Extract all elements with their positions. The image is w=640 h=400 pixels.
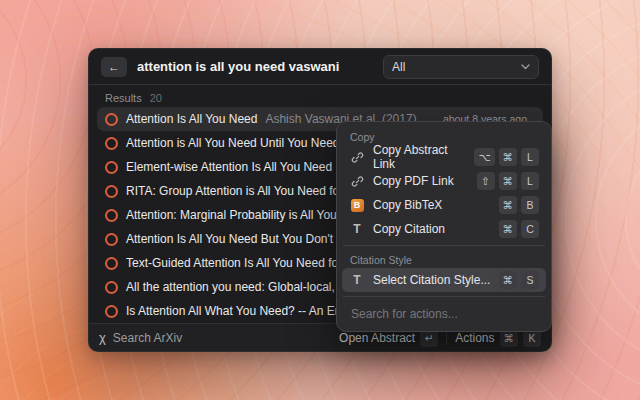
- actions-search-input[interactable]: [344, 303, 544, 325]
- arxiv-ring-icon: [105, 185, 118, 198]
- chevron-down-icon: [521, 64, 530, 70]
- category-filter-label: All: [392, 60, 405, 74]
- l-key: L: [521, 148, 539, 166]
- back-button[interactable]: ←: [101, 57, 127, 77]
- window-header: ← attention is all you need vaswani All: [89, 49, 551, 85]
- l-key: L: [521, 172, 539, 190]
- option-key: ⌥: [474, 148, 494, 166]
- open-abstract-label: Open Abstract: [339, 331, 415, 345]
- menu-item-copy-abstract-link[interactable]: Copy Abstract Link ⌥ ⌘ L: [342, 145, 546, 169]
- menu-divider: [343, 245, 545, 246]
- arxiv-ring-icon: [105, 113, 118, 126]
- arxiv-ring-icon: [105, 257, 118, 270]
- result-title: Element-wise Attention Is All You Need: [126, 160, 332, 174]
- results-count: 20: [150, 92, 162, 104]
- cmd-key: ⌘: [499, 172, 518, 190]
- desktop-wallpaper: ← attention is all you need vaswani All …: [0, 0, 640, 400]
- cmd-key: ⌘: [499, 220, 518, 238]
- arxiv-ring-icon: [105, 161, 118, 174]
- link-icon: [349, 151, 365, 164]
- results-section-header: Results 20: [89, 85, 551, 107]
- search-input[interactable]: attention is all you need vaswani: [137, 59, 373, 74]
- actions-menu: Copy Copy Abstract Link ⌥ ⌘ L Copy PDF L…: [336, 121, 552, 332]
- menu-divider: [343, 296, 545, 297]
- menu-item-select-citation-style[interactable]: T Select Citation Style... ⌘ S: [342, 268, 546, 292]
- menu-item-label: Copy Citation: [373, 222, 445, 236]
- menu-item-copy-bibtex[interactable]: B Copy BibTeX ⌘ B: [342, 193, 546, 217]
- menu-item-label: Copy PDF Link: [373, 174, 454, 188]
- menu-item-copy-pdf-link[interactable]: Copy PDF Link ⇧ ⌘ L: [342, 169, 546, 193]
- menu-section-citation-style: Citation Style: [342, 250, 546, 268]
- extension-name: Search ArXiv: [113, 331, 182, 345]
- menu-item-label: Select Citation Style...: [373, 273, 490, 287]
- arxiv-ring-icon: [105, 137, 118, 150]
- s-key: S: [521, 271, 539, 289]
- arxiv-ring-icon: [105, 305, 118, 318]
- actions-label: Actions: [455, 331, 494, 345]
- footer-divider: [446, 331, 447, 345]
- menu-item-label: Copy Abstract Link: [373, 143, 466, 171]
- menu-item-label: Copy BibTeX: [373, 198, 442, 212]
- arxiv-ring-icon: [105, 281, 118, 294]
- arxiv-ring-icon: [105, 209, 118, 222]
- cmd-key: ⌘: [499, 271, 518, 289]
- bibtex-icon: B: [349, 199, 365, 212]
- text-icon: T: [349, 273, 365, 287]
- text-icon: T: [349, 222, 365, 236]
- link-icon: [349, 175, 365, 188]
- extension-label: χ Search ArXiv: [99, 331, 182, 345]
- arxiv-ring-icon: [105, 233, 118, 246]
- shift-key: ⇧: [477, 172, 495, 190]
- back-arrow-icon: ←: [108, 60, 120, 74]
- cmd-key: ⌘: [499, 196, 518, 214]
- category-filter-dropdown[interactable]: All: [383, 55, 539, 79]
- result-title: Attention Is All You Need: [126, 112, 257, 126]
- cmd-key: ⌘: [499, 148, 518, 166]
- arxiv-icon: χ: [99, 331, 106, 344]
- menu-item-copy-citation[interactable]: T Copy Citation ⌘ C: [342, 217, 546, 241]
- c-key: C: [521, 220, 539, 238]
- b-key: B: [521, 196, 539, 214]
- results-label: Results: [105, 92, 142, 104]
